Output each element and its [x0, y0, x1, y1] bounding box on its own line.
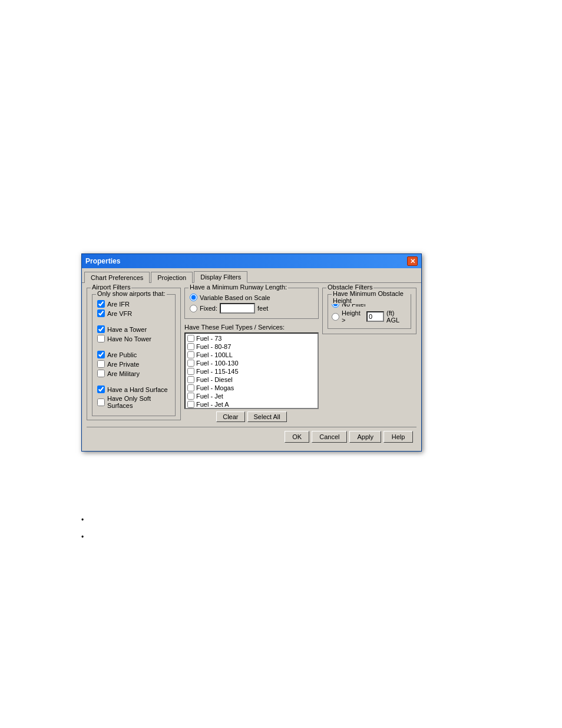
fuel-jet-a-label: Fuel - Jet A	[196, 401, 229, 408]
checkbox-soft-surfaces-label: Have Only Soft Surfaces	[107, 395, 170, 409]
airport-filters-group: Airport Filters Only show airports that:…	[87, 288, 181, 420]
airport-filters-column: Airport Filters Only show airports that:…	[87, 288, 181, 422]
checkbox-have-tower[interactable]	[97, 325, 105, 333]
checkbox-hard-surface-row: Have a Hard Surface	[97, 386, 170, 393]
fuel-73-label: Fuel - 73	[196, 335, 222, 342]
fixed-length-input[interactable]	[220, 303, 255, 314]
checkbox-are-public[interactable]	[97, 351, 105, 358]
checkbox-have-tower-row: Have a Tower	[97, 325, 170, 333]
checkbox-have-tower-label: Have a Tower	[107, 326, 147, 333]
only-show-title: Only show airports that:	[96, 290, 167, 297]
dialog-tabs: Chart Preferences Projection Display Fil…	[82, 268, 421, 282]
radio-height-label: Height >	[342, 309, 364, 324]
fuel-item-100-130: Fuel - 100-130	[186, 359, 317, 367]
clear-button[interactable]: Clear	[216, 411, 244, 422]
fuel-item-73: Fuel - 73	[186, 334, 317, 342]
apply-button[interactable]: Apply	[349, 431, 381, 443]
fuel-item-jet-a1: Fuel - Jet A-1	[186, 409, 317, 409]
tab-display-filters[interactable]: Display Filters	[194, 271, 247, 283]
radio-fixed-row: Fixed: feet	[190, 303, 313, 314]
dialog-title: Properties	[85, 257, 120, 265]
radio-variable-label: Variable Based on Scale	[200, 294, 270, 301]
runway-group: Have a Minimum Runway Length: Variable B…	[184, 288, 319, 319]
main-row: Airport Filters Only show airports that:…	[87, 288, 416, 422]
fuel-item-jet: Fuel - Jet	[186, 392, 317, 400]
checkbox-are-vfr-label: Are VFR	[107, 310, 132, 317]
fuel-80-87-checkbox[interactable]	[187, 343, 194, 350]
checkbox-are-military-row: Are Military	[97, 370, 170, 377]
tab-chart-preferences[interactable]: Chart Preferences	[84, 272, 150, 283]
checkbox-hard-surface[interactable]	[97, 386, 105, 393]
fuel-100-130-checkbox[interactable]	[187, 360, 194, 367]
radio-variable-row: Variable Based on Scale	[190, 294, 313, 301]
checkbox-soft-surfaces-row: Have Only Soft Surfaces	[97, 395, 170, 409]
only-show-group: Only show airports that: Are IFR Are VFR	[92, 294, 176, 416]
obstacle-filters-column: Obstacle Filters Have Minimum Obstacle H…	[322, 288, 416, 422]
fuel-jet-a-checkbox[interactable]	[187, 401, 194, 408]
fuel-73-checkbox[interactable]	[187, 335, 194, 342]
help-button[interactable]: Help	[384, 431, 413, 443]
radio-height-row: Height > (ft) AGL	[332, 309, 407, 324]
feet-label: feet	[257, 305, 268, 312]
tab-projection[interactable]: Projection	[151, 272, 193, 283]
dialog-buttons-area: OK Cancel Apply Help	[87, 427, 416, 446]
fuel-100-130-label: Fuel - 100-130	[196, 360, 239, 367]
height-unit-label: (ft) AGL	[386, 309, 407, 324]
fuel-115-145-checkbox[interactable]	[187, 368, 194, 375]
fuel-100ll-checkbox[interactable]	[187, 351, 194, 358]
dialog-titlebar: Properties ✕	[82, 254, 421, 268]
fuel-100ll-label: Fuel - 100LL	[196, 351, 233, 358]
properties-dialog: Properties ✕ Chart Preferences Projectio…	[81, 253, 422, 452]
runway-group-title: Have a Minimum Runway Length:	[189, 284, 288, 291]
fuel-list[interactable]: Fuel - 73 Fuel - 80-87 Fuel - 100LL	[184, 332, 319, 409]
obstacle-inner-label: Have Minimum Obstacle Height	[332, 290, 411, 304]
radio-height[interactable]	[332, 313, 339, 321]
select-all-button[interactable]: Select All	[247, 411, 287, 422]
close-button[interactable]: ✕	[407, 256, 418, 266]
fuel-mogas-label: Fuel - Mogas	[196, 384, 234, 391]
radio-fixed-label: Fixed:	[200, 305, 217, 312]
fuel-115-145-label: Fuel - 115-145	[196, 368, 239, 375]
height-input[interactable]	[366, 311, 384, 322]
fuel-services-label: Have These Fuel Types / Services:	[184, 324, 319, 331]
dialog-content: Airport Filters Only show airports that:…	[82, 282, 421, 451]
fuel-jet-label: Fuel - Jet	[196, 393, 223, 400]
obstacle-filters-group: Obstacle Filters Have Minimum Obstacle H…	[322, 288, 416, 334]
checkbox-are-military-label: Are Military	[107, 370, 140, 377]
fuel-buttons-row: Clear Select All	[184, 411, 319, 422]
bullet-2: •	[81, 533, 84, 541]
checkbox-are-private-row: Are Private	[97, 360, 170, 368]
checkbox-are-ifr[interactable]	[97, 300, 105, 308]
checkbox-are-private-label: Are Private	[107, 361, 139, 368]
ok-button[interactable]: OK	[285, 431, 309, 443]
checkbox-soft-surfaces[interactable]	[97, 398, 105, 406]
fuel-item-80-87: Fuel - 80-87	[186, 342, 317, 351]
radio-fixed[interactable]	[190, 305, 197, 312]
fuel-80-87-label: Fuel - 80-87	[196, 343, 231, 350]
fuel-jet-checkbox[interactable]	[187, 393, 194, 400]
fuel-item-115-145: Fuel - 115-145	[186, 367, 317, 375]
fuel-mogas-checkbox[interactable]	[187, 384, 194, 391]
checkbox-are-military[interactable]	[97, 370, 105, 377]
fuel-services-section: Have These Fuel Types / Services: Fuel -…	[184, 324, 319, 422]
checkbox-hard-surface-label: Have a Hard Surface	[107, 386, 168, 393]
fuel-diesel-checkbox[interactable]	[187, 376, 194, 383]
checkbox-are-vfr-row: Are VFR	[97, 309, 170, 317]
checkbox-are-ifr-row: Are IFR	[97, 300, 170, 308]
checkbox-no-tower-label: Have No Tower	[107, 335, 151, 342]
bullet-1: •	[81, 516, 84, 524]
checkbox-are-public-row: Are Public	[97, 351, 170, 358]
fuel-item-diesel: Fuel - Diesel	[186, 375, 317, 384]
obstacle-inner-group: Have Minimum Obstacle Height No Filter H…	[328, 294, 411, 329]
checkbox-are-ifr-label: Are IFR	[107, 301, 130, 308]
fuel-diesel-label: Fuel - Diesel	[196, 376, 233, 383]
fuel-item-100ll: Fuel - 100LL	[186, 351, 317, 359]
middle-column: Have a Minimum Runway Length: Variable B…	[184, 288, 319, 422]
radio-variable[interactable]	[190, 294, 197, 301]
fuel-item-jet-a: Fuel - Jet A	[186, 400, 317, 409]
checkbox-no-tower[interactable]	[97, 335, 105, 342]
checkbox-are-vfr[interactable]	[97, 309, 105, 317]
fuel-item-mogas: Fuel - Mogas	[186, 384, 317, 392]
checkbox-are-private[interactable]	[97, 360, 105, 368]
cancel-button[interactable]: Cancel	[312, 431, 347, 443]
